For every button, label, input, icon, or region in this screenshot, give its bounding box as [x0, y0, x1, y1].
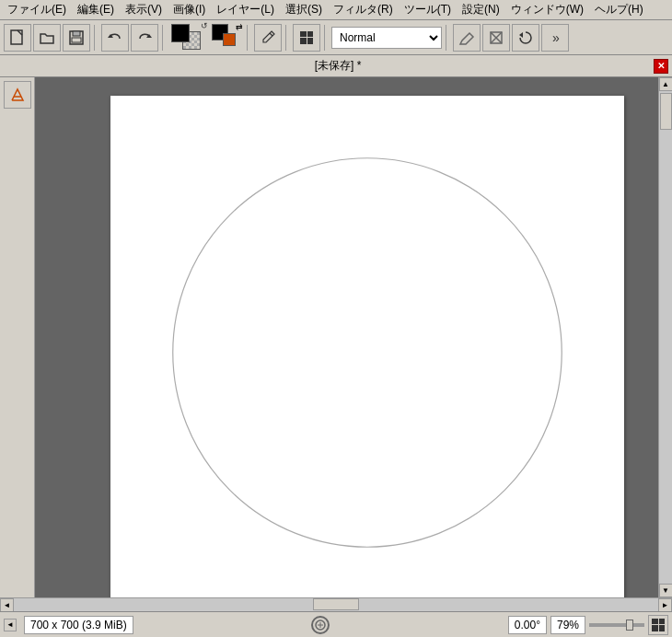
document-title: [未保存] * — [22, 58, 654, 74]
brush-tool-button[interactable] — [254, 24, 282, 52]
swap-colors-area: ⇄ — [210, 22, 243, 53]
separator-3 — [247, 25, 250, 51]
rotation-value: 0.00° — [508, 616, 547, 634]
grid-button[interactable] — [293, 24, 320, 52]
new-document-button[interactable] — [4, 24, 31, 52]
window-menu[interactable]: ウィンドウ(W) — [505, 0, 589, 19]
status-center-area — [141, 616, 501, 634]
filter-menu[interactable]: フィルタ(R) — [328, 0, 399, 19]
drawing-canvas[interactable] — [110, 96, 624, 597]
statusbar: ◄ 700 x 700 (3.9 MiB) 0.00° 79% — [0, 611, 672, 637]
undo-button[interactable] — [101, 24, 129, 52]
horizontal-scrollbar: ◄ ► — [0, 597, 672, 611]
file-menu[interactable]: ファイル(E) — [2, 0, 72, 19]
eraser-tool-button[interactable] — [453, 24, 481, 52]
document-titlebar: [未保存] * ✕ — [0, 55, 672, 77]
vertical-scrollbar: ▲ ▼ — [658, 77, 672, 597]
menu-bar: ファイル(E) 編集(E) 表示(V) 画像(I) レイヤー(L) 選択(S) … — [0, 0, 672, 20]
separator-6 — [446, 25, 449, 51]
scroll-down-button[interactable]: ▼ — [659, 584, 673, 597]
layer-menu[interactable]: レイヤー(L) — [211, 0, 280, 19]
svg-rect-4 — [72, 38, 81, 42]
selection-tool-button[interactable] — [4, 81, 31, 109]
edit-menu[interactable]: 編集(E) — [72, 0, 120, 19]
scroll-thumb[interactable] — [660, 93, 672, 130]
more-tools-button[interactable]: » — [541, 24, 569, 52]
scroll-right-button[interactable]: ► — [658, 598, 672, 612]
separator-2 — [162, 25, 166, 51]
select-menu[interactable]: 選択(S) — [280, 0, 328, 19]
color-swatches: ↺ — [169, 22, 208, 53]
swap-icon[interactable]: ⇄ — [236, 22, 243, 31]
svg-line-7 — [270, 33, 272, 36]
reset-colors-icon[interactable]: ↺ — [201, 22, 208, 30]
canvas-document — [110, 96, 624, 597]
tools-menu[interactable]: ツール(T) — [399, 0, 457, 19]
foreground-color-swatch[interactable] — [171, 24, 190, 42]
rotate-button[interactable] — [512, 24, 539, 52]
image-menu[interactable]: 画像(I) — [168, 0, 211, 19]
zoom-fit-button[interactable] — [311, 616, 330, 634]
separator-1 — [94, 25, 98, 51]
grid-icon — [300, 31, 313, 44]
zoom-slider-thumb[interactable] — [626, 620, 633, 631]
hscroll-thumb[interactable] — [313, 598, 359, 610]
bg-mini-swatch[interactable] — [223, 33, 236, 46]
scroll-left-button[interactable]: ◄ — [0, 598, 14, 612]
zoom-value: 79% — [550, 616, 585, 634]
left-toolpanel — [0, 77, 35, 597]
help-menu[interactable]: ヘルプ(H) — [589, 0, 649, 19]
blend-mode-dropdown[interactable]: Normal Dissolve Multiply Screen Overlay — [331, 27, 442, 49]
status-right-area: 0.00° 79% — [508, 615, 668, 635]
svg-marker-8 — [460, 33, 473, 44]
canvas-area — [35, 77, 658, 597]
status-left-arrow[interactable]: ◄ — [4, 619, 17, 631]
toolbar: ↺ ⇄ Normal Dissolve Multiply Screen Over… — [0, 20, 672, 55]
separator-4 — [285, 25, 289, 51]
scroll-track[interactable] — [659, 91, 672, 584]
separator-5 — [324, 25, 328, 51]
redo-button[interactable] — [131, 24, 158, 52]
view-toggle-button[interactable] — [648, 615, 668, 635]
svg-marker-12 — [519, 32, 523, 38]
save-button[interactable] — [63, 24, 90, 52]
image-dimensions: 700 x 700 (3.9 MiB) — [24, 616, 133, 634]
close-document-button[interactable]: ✕ — [654, 59, 668, 74]
settings-menu[interactable]: 設定(N) — [457, 0, 505, 19]
svg-rect-15 — [110, 96, 624, 597]
main-area: ▲ ▼ — [0, 77, 672, 597]
zoom-slider[interactable] — [589, 623, 644, 627]
grid-view-icon — [652, 619, 665, 631]
open-button[interactable] — [33, 24, 61, 52]
view-menu[interactable]: 表示(V) — [120, 0, 168, 19]
scroll-up-button[interactable]: ▲ — [659, 77, 673, 91]
hscroll-track[interactable] — [14, 598, 658, 611]
svg-rect-3 — [73, 31, 80, 36]
svg-text:»: » — [552, 30, 560, 45]
cross-tool-button[interactable] — [482, 24, 510, 52]
